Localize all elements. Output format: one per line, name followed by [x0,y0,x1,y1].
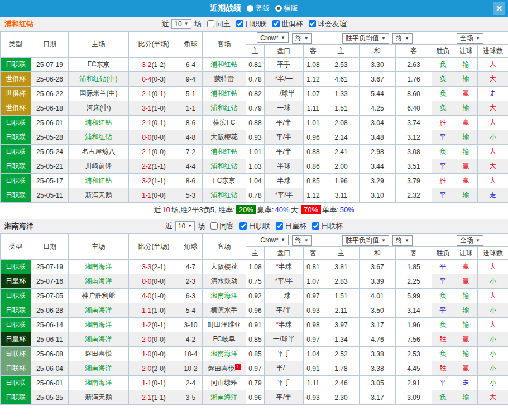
bookmaker-select[interactable]: Crow*▼ [257,32,289,43]
asia-final-select[interactable]: 终▼ [292,33,312,44]
close-button[interactable]: ✕ [493,2,505,15]
odds-average-select[interactable]: 胜平负均值▼ [342,33,389,44]
date-cell: 25-05-25 [31,390,69,405]
asia-away-odds-cell: 0.86 [304,159,323,174]
league-filter-checkbox[interactable] [239,222,247,230]
goals-result-cell: 大 [478,174,508,188]
match-result-cell: 胜 [432,361,454,376]
radio-vertical-layout[interactable]: 竖版 [247,3,270,13]
match-result-cell: 负 [432,145,454,159]
half-score: (2-1) [152,263,166,271]
league-badge: 日联杯 [1,361,31,376]
corner-cell: 6-4 [179,58,203,72]
table-row: 日联杯25-06-04湘南海洋2-0(2-0)10-2磐田喜悦10.97半/一0… [1,361,508,376]
full-score: 0-0 [142,278,151,285]
europe-away-odds-cell: 5.99 [396,289,432,303]
handicap-text: 平手 [277,379,291,386]
goals-result-cell: 大 [478,116,508,130]
asia-odds-group: Crow*▼终▼ [246,234,323,247]
handicap-result-cell: 输 [454,188,478,203]
handicap-result-cell: 输 [454,318,478,332]
handicap-text: 平/半 [276,147,291,155]
caret-down-icon: ▼ [405,36,409,41]
asia-away-odds-cell: 1.01 [304,116,323,130]
asia-away-odds-cell: 1.12 [304,188,323,203]
header-row: 类型日期主场比分(半场)角球客场Crow*▼终▼胜平负均值▼终▼全场▼ [1,32,508,45]
handicap-result-cell: 赢 [454,260,478,274]
handicap-cell: *半球 [265,260,304,274]
bookmaker-select[interactable]: Crow*▼ [257,235,289,245]
date-cell: 25-05-11 [31,188,69,203]
score-cell: 0-0(0-0) [129,274,179,289]
goals-result-cell: 大 [478,318,508,332]
scope-select[interactable]: 全场▼ [457,33,483,44]
goals-result-cell: 大 [478,289,508,303]
away-team-cell: 湘南海洋 [203,289,246,303]
asia-final-select[interactable]: 终▼ [292,235,312,246]
home-team-cell: 名古屋鲸八 [69,145,129,159]
date-cell: 25-06-22 [31,87,69,101]
radio-label: 横版 [284,3,298,13]
europe-home-odds-cell: 3.81 [323,260,360,274]
handicap-cell: 平手 [265,347,304,361]
date-cell: 25-06-11 [31,332,69,347]
asia-away-odds-cell: 1.12 [304,72,323,87]
asia-home-odds-cell: 0.88 [246,116,265,130]
filter-bar: 浦和红钻近10▼场同主日职联世俱杯球会友谊 [0,17,508,31]
goals-result-cell: 大 [478,260,508,274]
date-cell: 25-06-08 [31,347,69,361]
europe-away-odds-cell: 1.96 [396,318,432,332]
select-value: 终 [295,34,302,43]
caret-down-icon: ▼ [476,238,480,243]
caret-down-icon: ▼ [184,21,189,26]
corner-cell: 6-3 [179,289,203,303]
column-header: 比分(半场) [129,32,179,58]
corner-cell: 7-2 [179,145,203,159]
odds-average-select[interactable]: 胜平负均值▼ [342,235,389,246]
league-filter-checkbox[interactable] [236,20,243,27]
europe-odds-group: 胜平负均值▼终▼ [323,234,432,247]
table-row: 日职联25-05-17浦和红钻3-2(1-1)8-6FC东京1.04半球0.85… [1,174,508,188]
league-filter-checkbox[interactable] [312,222,319,230]
corner-cell: 2-4 [179,376,203,390]
handicap-text: 平手 [277,60,291,68]
select-value: 全场 [460,34,473,43]
match-count-select[interactable]: 10▼ [171,19,191,29]
table-row: 日皇杯25-07-16湘南海洋0-0(0-0)2-3清水鼓动0.75*平/半1.… [1,274,508,289]
half-score: (0-0) [152,148,166,156]
scope-select[interactable]: 全场▼ [457,235,483,246]
handicap-result-cell: 走 [454,376,478,390]
handicap-text: 半球 [279,262,292,270]
asia-away-odds-cell: 1.07 [304,274,323,289]
fullmatch-group: 全场▼ [432,32,508,45]
home-team-cell: 新泻天鹅 [69,390,129,405]
europe-draw-odds-cell: 3.05 [360,376,396,390]
europe-final-select[interactable]: 终▼ [392,33,413,44]
handicap-text: 平/半 [276,393,291,401]
league-filter-checkbox[interactable] [272,20,280,27]
table-row: 日职联25-06-01浦和红钻2-1(0-1)8-6横滨FC0.88平/半1.0… [1,116,508,130]
same-venue-checkbox[interactable] [207,20,214,27]
match-result-cell: 负 [432,87,454,101]
handicap-result-cell: 输 [454,303,478,318]
select-value: Crow* [260,34,279,42]
match-count-select[interactable]: 10▼ [175,221,195,231]
date-cell: 25-05-21 [31,159,69,174]
handicap-text: 平/半 [276,306,291,314]
same-venue-checkbox[interactable] [210,222,218,230]
corner-cell: 4-8 [179,130,203,145]
score-cell: 1-1(0-1) [129,376,179,390]
corner-cell: 2-3 [179,274,203,289]
league-filter-checkbox[interactable] [309,20,316,27]
radio-label: 竖版 [255,3,270,13]
radio-horizontal-layout[interactable]: 横版 [275,3,298,13]
dialog-title: 近期战绩 [210,3,241,13]
europe-final-select[interactable]: 终▼ [392,235,413,246]
league-filter-checkbox[interactable] [276,222,283,230]
header-row: 类型日期主场比分(半场)角球客场Crow*▼终▼胜平负均值▼终▼全场▼ [1,234,508,247]
asia-away-odds-cell: 0.93 [304,390,323,405]
corner-cell: 4-2 [179,332,203,347]
half-score: (0-1) [152,90,166,98]
table-row: 日职联25-06-14湘南海洋1-2(0-1)3-10町田泽维亚0.91*半球0… [1,318,508,332]
handicap-cell: 半/一 [265,361,304,376]
